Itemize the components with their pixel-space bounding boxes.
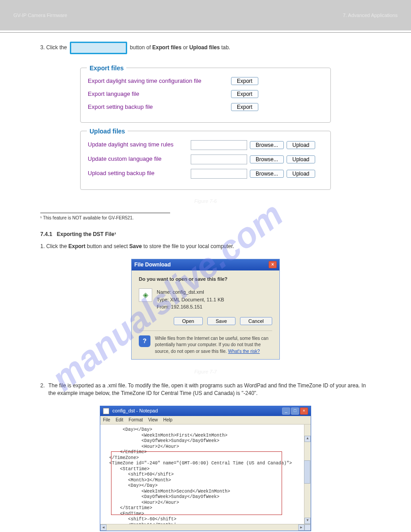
menu-file[interactable]: File: [103, 417, 110, 424]
upload-row-dst: Update daylight saving time rules Browse…: [88, 140, 323, 150]
file-download-dialog: File Download × Do you want to open or s…: [131, 259, 280, 360]
menu-view[interactable]: View: [148, 417, 158, 424]
browse-backup-button[interactable]: Browse...: [250, 170, 284, 178]
footnote-1: ¹ This feature is NOT available for GV-F…: [40, 215, 371, 222]
export-row-lang: Export language file Export: [88, 90, 323, 99]
menu-format[interactable]: Format: [128, 417, 143, 424]
menu-edit[interactable]: Edit: [116, 417, 123, 424]
shield-icon: ?: [139, 335, 150, 347]
notepad-window: config_dst - Notepad _ □ × File Edit For…: [100, 406, 311, 532]
export-dst-button[interactable]: Export: [231, 77, 258, 85]
scroll-up-icon[interactable]: ▲: [304, 436, 311, 442]
dialog-open-button[interactable]: Open: [174, 317, 203, 325]
export-legend: Export files: [87, 64, 126, 73]
header-left: GV-IP Camera Firmware: [13, 13, 67, 18]
notepad-title: config_dst - Notepad: [112, 408, 158, 413]
scroll-thumb[interactable]: [304, 460, 310, 484]
browse-lang-button[interactable]: Browse...: [250, 155, 284, 163]
scroll-corner: [304, 524, 311, 531]
upload-lang-path[interactable]: [191, 154, 247, 164]
upload-row-backup: Upload setting backup file Browse... Upl…: [88, 169, 323, 179]
upload-backup-button[interactable]: Upload: [287, 170, 315, 178]
scroll-down-icon[interactable]: ▼: [304, 518, 311, 524]
close-icon[interactable]: ×: [300, 408, 308, 415]
upload-row-lang: Update custom language file Browse... Up…: [88, 154, 323, 164]
browse-dst-button[interactable]: Browse...: [250, 141, 284, 149]
upload-dst-button[interactable]: Upload: [287, 141, 315, 149]
scroll-right-icon[interactable]: ▶: [298, 524, 304, 531]
upload-backup-path[interactable]: [191, 169, 247, 179]
upload-files-panel: Upload files Update daylight saving time…: [80, 131, 331, 190]
upload-lang-button[interactable]: Upload: [287, 155, 315, 163]
dialog-cancel-button[interactable]: Cancel: [240, 317, 272, 325]
horizontal-scrollbar[interactable]: ◀ ▶: [100, 524, 311, 531]
export-backup-button[interactable]: Export: [231, 103, 258, 111]
step-1: 1. Click the Export button and select Sa…: [40, 243, 371, 250]
top-banner: GV-IP Camera Firmware 7. Advanced Applic…: [0, 0, 411, 30]
dialog-close-icon[interactable]: ×: [269, 261, 277, 268]
figure-7-6-label: Figure 7-6: [80, 198, 331, 205]
dialog-question: Do you want to open or save this file?: [139, 276, 272, 283]
whats-the-risk-link[interactable]: What's the risk?: [228, 349, 260, 354]
header-right: 7. Advanced Applications: [343, 13, 398, 18]
figure-7-7-label: Figure 7-7: [40, 369, 371, 376]
export-row-backup: Export setting backup file Export: [88, 103, 323, 112]
scroll-left-icon[interactable]: ◀: [100, 524, 107, 531]
section-7-4-1-heading: 7.4.1 Exporting the DST File¹: [40, 231, 371, 238]
menu-help[interactable]: Help: [163, 417, 173, 424]
dialog-title: File Download: [134, 261, 171, 269]
notepad-icon: [103, 408, 109, 414]
upload-dst-path[interactable]: [191, 140, 247, 150]
upload-legend: Upload files: [87, 127, 128, 136]
vertical-scrollbar[interactable]: ▲ ▼: [304, 425, 311, 524]
export-row-dst: Export daylight saving time configuratio…: [88, 77, 323, 86]
minimize-icon[interactable]: _: [282, 408, 290, 415]
xml-file-icon: ◈: [139, 288, 152, 302]
export-lang-button[interactable]: Export: [231, 90, 258, 98]
export-files-panel: Export files Export daylight saving time…: [80, 68, 331, 123]
step-2: 2. The file is exported as a .xml file. …: [40, 382, 371, 398]
tools-button-placeholder: [70, 42, 127, 54]
maximize-icon[interactable]: □: [291, 408, 299, 415]
dialog-save-button[interactable]: Save: [207, 317, 235, 325]
notepad-menubar: File Edit Format View Help: [100, 416, 311, 425]
step-3: 3. Click the button of Export files or U…: [40, 42, 371, 54]
notepad-text-area[interactable]: <Day></Day> <WeekInMonth>First</WeekInMo…: [100, 425, 311, 524]
